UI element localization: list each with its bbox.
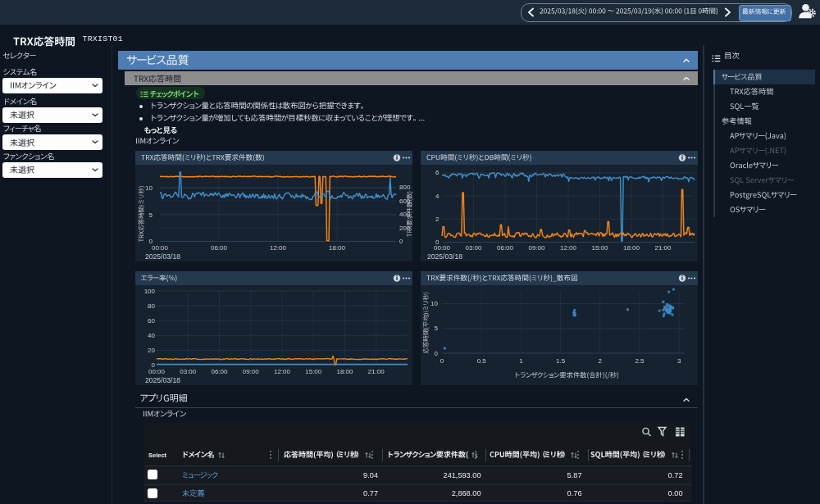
svg-text:15:00: 15:00	[591, 244, 608, 252]
svg-text:2: 2	[435, 216, 440, 223]
svg-text:0: 0	[399, 238, 403, 245]
svg-text:09:00: 09:00	[528, 244, 545, 252]
svg-text:18:00: 18:00	[623, 244, 640, 252]
svg-text:60: 60	[148, 317, 155, 325]
svg-text:3: 3	[677, 357, 681, 365]
svg-text:09:00: 09:00	[243, 368, 260, 375]
svg-text:400: 400	[399, 211, 411, 218]
svg-text:00:00: 00:00	[152, 244, 169, 252]
svg-text:03:00: 03:00	[465, 244, 482, 252]
svg-text:80: 80	[148, 302, 155, 310]
svg-text:06:00: 06:00	[497, 244, 514, 252]
svg-text:0: 0	[440, 357, 444, 365]
svg-text:5: 5	[149, 211, 153, 219]
svg-text:5: 5	[435, 325, 439, 332]
svg-text:06:00: 06:00	[211, 244, 228, 252]
svg-text:21:00: 21:00	[368, 368, 385, 375]
svg-text:12:00: 12:00	[560, 244, 577, 252]
svg-text:15:00: 15:00	[305, 368, 322, 375]
svg-text:06:00: 06:00	[211, 368, 228, 375]
svg-text:2025/03/18: 2025/03/18	[427, 252, 462, 261]
svg-text:18:00: 18:00	[336, 368, 353, 375]
svg-text:6: 6	[435, 169, 440, 176]
svg-text:2025/03/18: 2025/03/18	[145, 376, 180, 384]
svg-text:0.5: 0.5	[477, 357, 487, 365]
svg-text:2025/03/18: 2025/03/18	[145, 252, 180, 261]
svg-text:40: 40	[148, 332, 155, 339]
svg-text:0: 0	[435, 350, 439, 357]
svg-text:1: 1	[519, 357, 523, 365]
svg-text:2: 2	[599, 357, 603, 365]
svg-text:10: 10	[430, 300, 438, 307]
svg-text:4: 4	[435, 193, 440, 200]
svg-text:03:00: 03:00	[180, 368, 197, 375]
svg-text:00:00: 00:00	[434, 244, 451, 252]
svg-text:12:00: 12:00	[274, 368, 291, 375]
svg-text:2.5: 2.5	[635, 357, 645, 365]
svg-text:100: 100	[144, 288, 156, 295]
svg-text:1.5: 1.5	[556, 357, 566, 365]
svg-text:20: 20	[148, 347, 155, 354]
svg-text:00:00: 00:00	[148, 368, 166, 375]
svg-text:800: 800	[399, 184, 411, 191]
svg-text:21:00: 21:00	[654, 244, 672, 252]
svg-text:18:00: 18:00	[329, 244, 346, 252]
svg-text:10: 10	[145, 184, 153, 192]
svg-text:12:00: 12:00	[270, 244, 287, 252]
